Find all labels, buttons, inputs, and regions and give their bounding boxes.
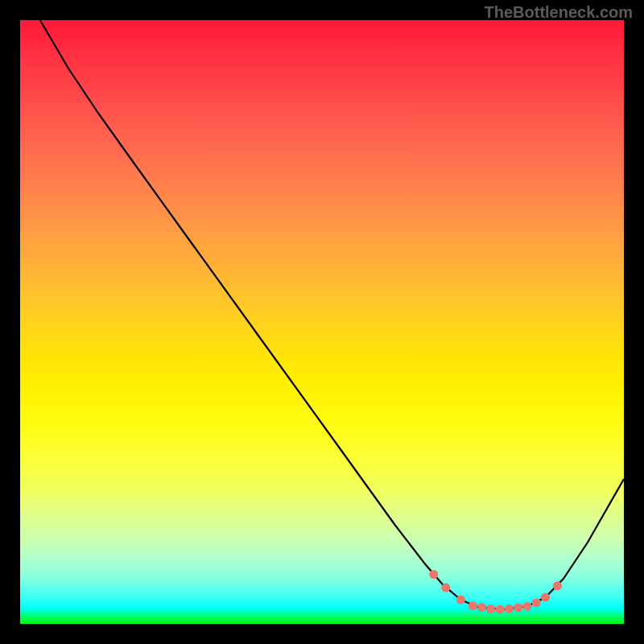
highlight-dot [429,570,438,579]
highlight-dot [553,581,562,590]
highlight-dot [456,596,465,605]
highlight-dot [505,605,514,613]
plot-area [20,20,624,624]
highlight-dot [523,602,532,611]
highlight-dot [496,605,505,614]
highlight-dot [441,584,450,592]
highlight-dot [487,605,496,613]
highlight-dots-group [429,570,562,614]
highlight-dot [514,603,522,612]
highlight-dot [469,601,477,610]
highlight-dot [541,593,550,602]
chart-overlay [20,20,624,624]
curve-line [40,20,624,609]
watermark-text: TheBottleneck.com [485,3,633,22]
highlight-dot [532,598,541,607]
highlight-dot [477,603,486,612]
